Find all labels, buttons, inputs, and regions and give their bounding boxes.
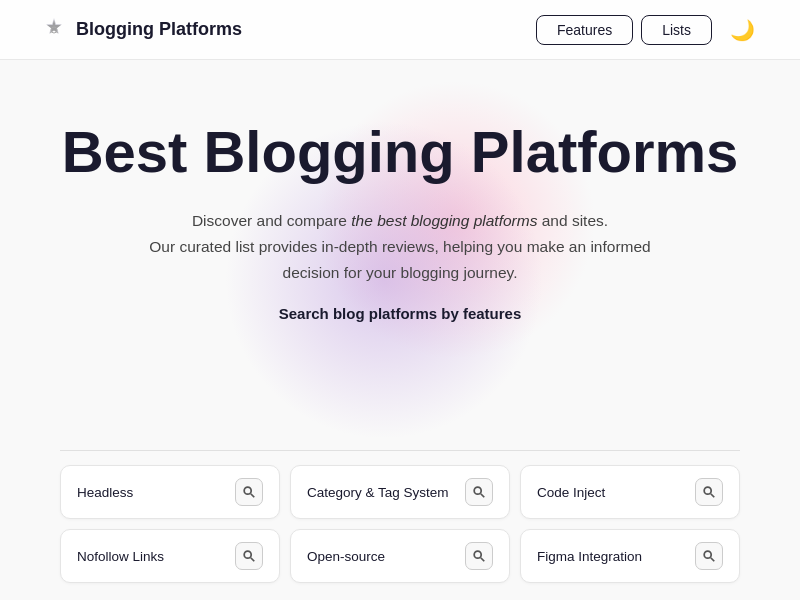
svg-point-11 [704,551,711,558]
feature-search-button[interactable] [465,542,493,570]
svg-point-1 [244,487,251,494]
svg-point-3 [474,487,481,494]
hero-title: Best Blogging Platforms [40,120,760,184]
hero-cta: Search blog platforms by features [40,305,760,322]
feature-card[interactable]: Code Inject [520,465,740,519]
feature-label: Open-source [307,549,385,564]
subtitle-text2: and sites. [537,212,608,229]
feature-search-button[interactable] [465,478,493,506]
logo: Blogging Platforms [40,16,242,44]
feature-label: Headless [77,485,133,500]
feature-card[interactable]: Headless [60,465,280,519]
search-icon [242,549,256,563]
nav-buttons: Features Lists 🌙 [536,12,760,48]
feature-label: Figma Integration [537,549,642,564]
feature-search-button[interactable] [235,542,263,570]
search-icon [702,485,716,499]
svg-point-9 [474,551,481,558]
svg-line-10 [481,558,485,562]
svg-line-8 [251,558,255,562]
svg-line-6 [711,494,715,498]
feature-card[interactable]: Category & Tag System [290,465,510,519]
search-icon [702,549,716,563]
logo-icon [40,16,68,44]
features-button[interactable]: Features [536,15,633,45]
moon-icon: 🌙 [730,18,755,42]
feature-search-button[interactable] [695,542,723,570]
search-icon [472,485,486,499]
dark-mode-toggle[interactable]: 🌙 [724,12,760,48]
feature-card[interactable]: Open-source [290,529,510,583]
hero-section: Best Blogging Platforms Discover and com… [0,60,800,450]
feature-card[interactable]: Nofollow Links [60,529,280,583]
svg-point-7 [244,551,251,558]
feature-search-button[interactable] [695,478,723,506]
subtitle-text1: Discover and compare [192,212,351,229]
feature-label: Nofollow Links [77,549,164,564]
search-icon [242,485,256,499]
feature-label: Category & Tag System [307,485,449,500]
feature-card[interactable]: Figma Integration [520,529,740,583]
features-grid: HeadlessCategory & Tag SystemCode Inject… [0,451,800,593]
subtitle-line2: Our curated list provides in-depth revie… [149,238,650,281]
subtitle-italic: the best blogging platforms [351,212,537,229]
hero-subtitle: Discover and compare the best blogging p… [120,208,680,287]
search-icon [472,549,486,563]
svg-line-2 [251,494,255,498]
feature-label: Code Inject [537,485,605,500]
svg-point-5 [704,487,711,494]
header: Blogging Platforms Features Lists 🌙 [0,0,800,60]
feature-search-button[interactable] [235,478,263,506]
lists-button[interactable]: Lists [641,15,712,45]
svg-line-4 [481,494,485,498]
svg-line-12 [711,558,715,562]
logo-text: Blogging Platforms [76,19,242,40]
